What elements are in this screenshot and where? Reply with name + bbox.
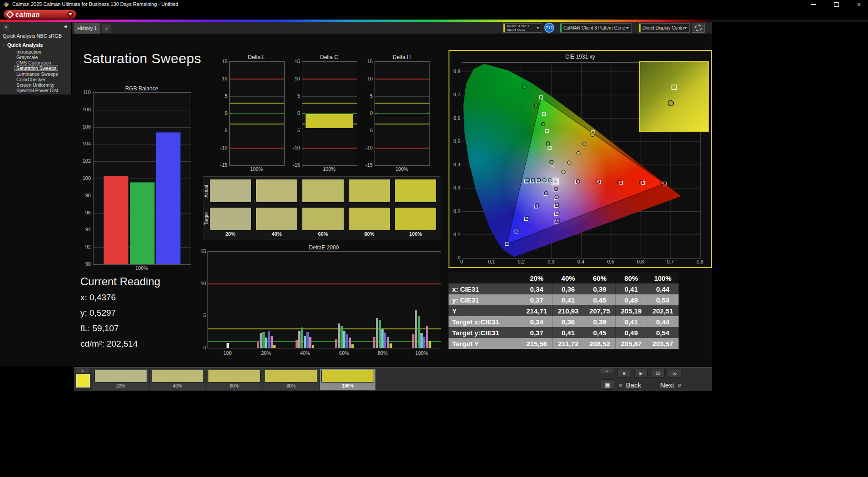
continuous-read-button[interactable]: ∞	[668, 369, 681, 378]
deltae-bar	[390, 343, 392, 348]
y-axis-tick: 98	[75, 193, 91, 198]
pattern-window-button[interactable]: ▤	[651, 369, 665, 378]
pattern-swatch-label: 100%	[320, 383, 375, 388]
target-row-label: Target	[204, 208, 209, 229]
tab-history-1[interactable]: History 1	[74, 23, 100, 34]
sidebar-item-introduction[interactable]: Introduction	[15, 49, 43, 54]
x-axis-tick: 100%	[410, 350, 433, 356]
rgb-balance-chart: 1101081061041021009896949290	[93, 92, 191, 265]
cie-x-tick: 0,8	[694, 259, 706, 264]
calman-logo[interactable]: calman	[4, 10, 76, 19]
measured-marker-red	[596, 180, 600, 184]
measured-marker-yellow	[582, 142, 586, 146]
rgb-balance-xlabel: 100%	[93, 265, 190, 271]
settings-button[interactable]	[692, 23, 705, 33]
workflow-title: Quick Analysis NBC sRGB	[3, 33, 62, 39]
sidebar-item-cms-calibration[interactable]: CMS Calibration	[15, 60, 52, 65]
workflow-root[interactable]: Quick Analysis	[7, 42, 43, 48]
stop-icon: ■	[623, 371, 625, 376]
meter-dropdown[interactable]: X-Rite i1Pro 3 Direct View	[503, 23, 542, 33]
pattern-swatch-60%[interactable]: 60%	[207, 369, 262, 390]
sidebar-item-spectral-power[interactable]: Spectral Power Dist.	[15, 88, 61, 93]
sidebar-item-colorchecker[interactable]: ColorChecker	[15, 77, 47, 82]
table-header-row: 20%40%60%80%100%	[449, 273, 679, 283]
window-mode-button[interactable]: ▣	[601, 379, 614, 390]
measured-marker-blue	[526, 216, 529, 220]
table-value-cell: 0,41	[616, 283, 647, 294]
deltae-bar	[271, 336, 273, 348]
cie-y-tick: 0,3	[449, 185, 460, 190]
y-axis-tick: 10	[217, 76, 227, 81]
sidebar-item-screen-uniformity[interactable]: Screen Uniformity	[15, 82, 55, 87]
cie-x-tick: 0,5	[604, 259, 617, 264]
controls-panel-handle[interactable]: ▲	[601, 368, 613, 373]
meter-status-badge[interactable]: 712	[544, 23, 554, 33]
cie-x-tick: 0,2	[515, 259, 528, 264]
pattern-swatch-label: 80%	[263, 383, 319, 388]
display-control-dropdown[interactable]: Direct Display Control	[639, 23, 690, 33]
table-row-label: Target Y	[449, 338, 521, 349]
pattern-panel-handle[interactable]: ▲	[76, 368, 89, 373]
pattern-swatch-label: 20%	[93, 383, 148, 388]
stop-button[interactable]: ■	[617, 369, 631, 378]
swatch-col-label: 80%	[348, 231, 390, 237]
y-axis-tick: 10	[363, 76, 373, 81]
maximize-button[interactable]	[830, 0, 843, 8]
table-row-label: Target x:CIE31	[449, 316, 521, 327]
measured-marker-red	[576, 179, 580, 183]
back-button[interactable]: Back	[626, 381, 641, 389]
add-tab-button[interactable]: +	[102, 24, 111, 33]
app-icon	[3, 1, 9, 7]
tree-expander-icon[interactable]: –	[3, 42, 5, 47]
y-axis-tick: 0	[290, 110, 300, 116]
reference-line	[302, 148, 357, 149]
cie-chart-title: CIE 1931 xy	[449, 54, 711, 60]
pattern-swatch-100%[interactable]: 100%	[320, 369, 375, 390]
delta-c-chart: 151050-5-10-15	[302, 61, 357, 166]
swatch-col-label: 60%	[302, 231, 344, 237]
table-value-cell: 210,93	[552, 305, 584, 316]
deltae-bar	[260, 333, 262, 348]
deltae-bar	[257, 342, 259, 348]
minimize-button[interactable]	[807, 0, 820, 8]
measured-marker-green	[534, 104, 538, 107]
pattern-swatch-chip	[265, 370, 317, 383]
play-icon: ▶	[640, 371, 643, 376]
chevron-down-icon	[536, 27, 540, 29]
cie-x-tick: 0	[455, 259, 468, 264]
measured-marker-yellow	[577, 151, 580, 155]
workflow-menu-button[interactable]: ●	[3, 24, 10, 30]
y-axis-tick: 5	[217, 93, 227, 99]
pattern-swatch-80%[interactable]: 80%	[263, 369, 319, 390]
reference-line	[230, 103, 284, 104]
title-bar: Calman 2025 Calman Ultimate for Business…	[0, 0, 868, 9]
cie-y-tick: 0,2	[449, 209, 460, 214]
target-swatch-20%	[209, 207, 252, 231]
cie-1931-panel: CIE 1931 xy	[449, 50, 712, 268]
close-button[interactable]: ×	[853, 0, 865, 8]
measured-marker-cyan	[548, 179, 552, 182]
sidebar-item-luminance-sweeps[interactable]: Luminance Sweeps	[15, 71, 59, 76]
pattern-source-dropdown[interactable]: CalMAN Client 3 Pattern Generator	[560, 23, 631, 33]
cie-x-tick: 0,6	[634, 259, 647, 264]
deltae-bar	[338, 323, 340, 348]
rgb-bar-green	[130, 182, 155, 264]
deltae-bar	[301, 328, 303, 348]
sidebar-item-saturation-sweeps[interactable]: Saturation Sweeps	[15, 65, 58, 71]
gridline	[302, 96, 357, 97]
deltae-bar	[306, 332, 309, 348]
x-axis-tick: 60%	[333, 350, 355, 356]
logo-menu-button[interactable]	[67, 11, 74, 18]
next-button[interactable]: Next	[660, 381, 674, 389]
deltae-bar	[273, 345, 276, 348]
inset-measured-marker	[668, 100, 674, 106]
sidebar-collapse-button[interactable]: ◀	[64, 24, 67, 29]
table-value-cell: 0,41	[552, 294, 584, 305]
pattern-swatch-20%[interactable]: 20%	[93, 369, 148, 390]
sidebar-item-grayscale[interactable]: Grayscale	[15, 55, 39, 60]
target-swatch-40%	[256, 207, 298, 231]
play-button[interactable]: ▶	[634, 369, 648, 378]
table-value-cell: 0,34	[521, 283, 552, 294]
delta-c-title: Delta C	[302, 54, 356, 60]
pattern-swatch-40%[interactable]: 40%	[150, 369, 205, 390]
